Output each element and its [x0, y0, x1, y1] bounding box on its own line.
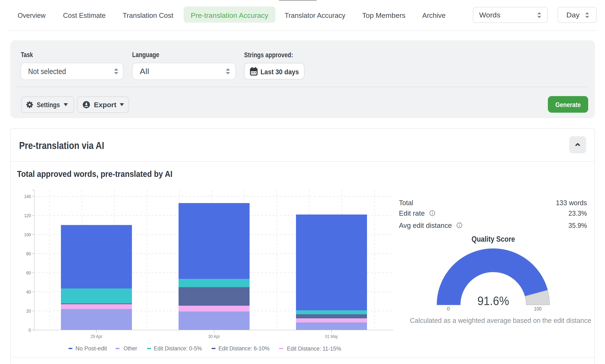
- svg-text:100: 100: [24, 232, 31, 237]
- svg-text:Strings approved:: Strings approved:: [244, 51, 293, 59]
- svg-text:Generate: Generate: [555, 101, 581, 108]
- svg-text:Translation Cost: Translation Cost: [123, 11, 174, 19]
- svg-text:Edit Distance: 11-15%: Edit Distance: 11-15%: [287, 346, 341, 352]
- svg-text:80: 80: [26, 251, 31, 256]
- svg-text:120: 120: [24, 213, 31, 218]
- svg-text:Language: Language: [132, 51, 159, 59]
- svg-text:20: 20: [26, 308, 31, 314]
- svg-text:Total: Total: [399, 199, 413, 207]
- svg-text:Export: Export: [94, 101, 116, 109]
- svg-text:Settings: Settings: [37, 101, 60, 109]
- svg-text:Edit Distance: 0-5%: Edit Distance: 0-5%: [154, 345, 202, 352]
- svg-text:133 words: 133 words: [556, 199, 587, 207]
- svg-text:Overview: Overview: [18, 11, 46, 19]
- svg-text:01 May: 01 May: [325, 334, 338, 339]
- svg-text:No Post-edit: No Post-edit: [75, 345, 107, 352]
- svg-text:60: 60: [26, 270, 31, 275]
- svg-text:Translator Accuracy: Translator Accuracy: [285, 11, 345, 19]
- svg-text:0: 0: [28, 327, 31, 333]
- svg-text:Day: Day: [566, 11, 579, 19]
- svg-text:Calculated as a weighted avera: Calculated as a weighted average based o…: [410, 317, 591, 324]
- svg-text:29 Apr: 29 Apr: [91, 334, 102, 339]
- svg-text:Total approved words, pre-tran: Total approved words, pre-translated by …: [17, 169, 172, 179]
- svg-text:Pre-translation Accuracy: Pre-translation Accuracy: [191, 11, 268, 19]
- svg-text:Cost Estimate: Cost Estimate: [63, 11, 106, 19]
- svg-text:100: 100: [534, 306, 542, 312]
- svg-text:0: 0: [447, 306, 450, 312]
- svg-text:Edit Distance: 6-10%: Edit Distance: 6-10%: [219, 345, 270, 352]
- svg-text:23.3%: 23.3%: [568, 209, 587, 217]
- svg-text:Pre-translation via AI: Pre-translation via AI: [19, 140, 104, 151]
- svg-text:Not selected: Not selected: [28, 67, 66, 76]
- svg-text:30 Apr: 30 Apr: [208, 334, 220, 339]
- svg-text:Words: Words: [479, 11, 500, 19]
- svg-text:35.9%: 35.9%: [568, 221, 587, 229]
- svg-text:Archive: Archive: [422, 11, 446, 19]
- svg-text:Task: Task: [21, 51, 33, 59]
- svg-text:Other: Other: [124, 345, 137, 352]
- svg-text:Last 30 days: Last 30 days: [261, 68, 299, 76]
- svg-text:Quality Score: Quality Score: [472, 235, 515, 243]
- svg-text:140: 140: [24, 194, 31, 199]
- svg-text:Avg edit distance: Avg edit distance: [399, 221, 452, 229]
- svg-text:91.6%: 91.6%: [478, 294, 509, 308]
- svg-text:Edit rate: Edit rate: [399, 209, 425, 217]
- svg-text:Top Members: Top Members: [362, 11, 405, 19]
- svg-text:40: 40: [26, 289, 31, 295]
- svg-text:All: All: [140, 67, 149, 76]
